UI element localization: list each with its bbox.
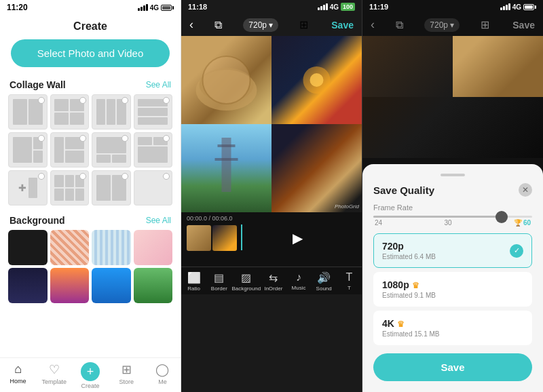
quality-selector-p2[interactable]: 720p ▾: [243, 18, 278, 32]
bg-item[interactable]: [8, 268, 48, 303]
collage-wall-label: Collage Wall: [10, 79, 66, 90]
timeline-track[interactable]: ▶: [187, 224, 356, 252]
panel3-photo-area: [362, 36, 543, 158]
save-modal-button[interactable]: Save: [373, 353, 532, 381]
quality-option-4k[interactable]: 4K ♛ Estimated 15.1 MB: [373, 311, 532, 345]
collage-cell: [96, 99, 105, 125]
collage-radio: [79, 135, 86, 142]
collage-cell: [54, 189, 63, 201]
grid-icon-p2[interactable]: ⊞: [299, 18, 310, 31]
bg-item[interactable]: [50, 230, 90, 265]
save-button-top-p3[interactable]: Save: [512, 20, 535, 31]
quality-name-720p: 720p: [382, 241, 436, 252]
tool-label-ratio: Ratio: [187, 286, 200, 292]
nav-item-home[interactable]: ⌂ Home: [0, 358, 36, 392]
quality-name-4k: 4K ♛: [382, 318, 439, 329]
collage-cell: [33, 151, 43, 163]
collage-item[interactable]: [8, 94, 48, 130]
time-p3: 11:19: [369, 3, 388, 11]
panel-create: 11:20 4G Create Select Photo and Video C…: [0, 0, 181, 392]
ratio-icon: ⬜: [187, 271, 201, 284]
tool-background[interactable]: ▨ Background: [231, 271, 261, 292]
collage-radio: [163, 97, 170, 104]
grid-icon-p3[interactable]: ⊞: [481, 18, 491, 31]
signal-icon-p3: [500, 3, 510, 10]
nav-item-create[interactable]: + Create: [72, 358, 108, 392]
nav-item-template[interactable]: ♡ Template: [36, 358, 72, 392]
collage-item[interactable]: [50, 94, 90, 130]
quality-size-720p: Estimated 6.4 MB: [382, 253, 436, 260]
background-section-header: Background See All: [0, 211, 181, 230]
modal-close-button[interactable]: ✕: [519, 183, 532, 197]
collage-layout: [13, 99, 43, 125]
collage-item[interactable]: [134, 94, 173, 130]
select-photo-video-button[interactable]: Select Photo and Video: [11, 39, 170, 67]
layers-icon-p2[interactable]: ⧉: [214, 19, 222, 31]
text-icon: T: [346, 271, 353, 283]
svg-point-2: [203, 56, 250, 104]
collage-item[interactable]: [92, 132, 131, 168]
layers-icon-p3[interactable]: ⧉: [396, 19, 403, 31]
back-button-p3[interactable]: ‹: [371, 18, 375, 32]
svg-point-4: [310, 73, 324, 87]
quality-selector-p3[interactable]: 720p ▾: [424, 18, 460, 32]
bottom-nav-p1: ⌂ Home ♡ Template + Create ⊞ Store ◯ Me: [0, 357, 181, 392]
quality-option-720p[interactable]: 720p Estimated 6.4 MB ✓: [373, 233, 532, 268]
bg-item[interactable]: [134, 268, 173, 303]
tool-border[interactable]: ▤ Border: [206, 271, 231, 292]
tool-label-sound: Sound: [316, 286, 332, 292]
collage-layout: ✚: [13, 175, 43, 201]
nav-label-home: Home: [10, 378, 26, 385]
bg-item[interactable]: [50, 268, 90, 303]
status-icons-p2: 4G 100: [318, 3, 355, 11]
bg-item[interactable]: [8, 230, 48, 265]
collage-radio: [163, 173, 170, 180]
battery-p1: [161, 5, 174, 11]
tool-ratio[interactable]: ⬜ Ratio: [181, 271, 206, 292]
nav-item-me[interactable]: ◯ Me: [145, 358, 181, 392]
modal-drag-handle[interactable]: [441, 174, 465, 176]
tool-text[interactable]: T T: [337, 271, 362, 292]
collage-radio: [121, 97, 128, 104]
collage-cell: [138, 117, 168, 125]
collage-layout: [96, 175, 126, 201]
background-see-all[interactable]: See All: [146, 216, 171, 225]
page-title-create: Create: [0, 15, 181, 39]
collage-radio: [79, 173, 86, 180]
collage-cell: [54, 175, 63, 187]
bg-item[interactable]: [134, 230, 173, 265]
collage-cell: [112, 155, 126, 163]
bg-item[interactable]: [92, 230, 131, 265]
collage-item[interactable]: [134, 132, 173, 168]
collage-layout: [96, 99, 126, 125]
collage-item[interactable]: [92, 170, 131, 205]
me-icon: ◯: [155, 362, 169, 377]
collage-layout: [138, 99, 168, 125]
trophy-icon: 🏆: [514, 219, 522, 227]
quality-size-1080p: Estimated 9.1 MB: [382, 292, 436, 299]
collage-item[interactable]: [8, 132, 48, 168]
save-button-top-p2[interactable]: Save: [331, 20, 354, 31]
timeline-thumb-1: [187, 225, 211, 251]
collage-item[interactable]: [50, 170, 90, 205]
collage-cell: [96, 155, 111, 163]
frame-rate-slider[interactable]: [373, 216, 532, 218]
nav-item-store[interactable]: ⊞ Store: [109, 358, 145, 392]
tool-sound[interactable]: 🔊 Sound: [312, 271, 337, 292]
bg-item[interactable]: [92, 268, 131, 303]
tool-inorder[interactable]: ⇆ InOrder: [261, 271, 286, 292]
collage-wall-see-all[interactable]: See All: [146, 80, 171, 90]
back-button-p2[interactable]: ‹: [189, 18, 193, 32]
quality-option-1080p[interactable]: 1080p ♛ Estimated 9.1 MB: [373, 272, 532, 307]
collage-item[interactable]: ✚: [8, 170, 48, 205]
tool-music[interactable]: ♪ Music: [286, 271, 311, 292]
collage-item[interactable]: [50, 132, 90, 168]
frame-rate-label: Frame Rate: [373, 203, 532, 212]
collage-item[interactable]: [92, 94, 131, 130]
collage-item[interactable]: [134, 170, 173, 205]
play-button[interactable]: ▶: [238, 230, 356, 246]
collage-cell: [54, 99, 69, 111]
signal-icon-p1: [138, 4, 148, 11]
network-p1: 4G: [150, 4, 159, 12]
sound-icon: 🔊: [317, 271, 331, 284]
